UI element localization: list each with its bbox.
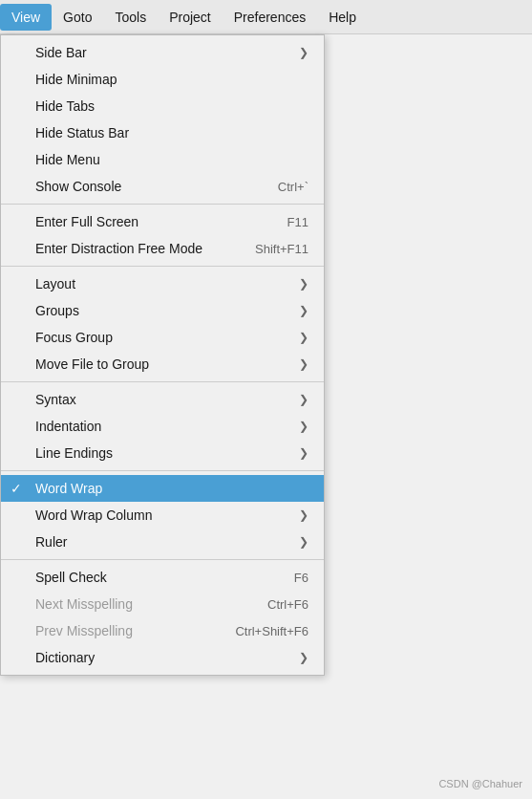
submenu-arrow-icon: ❯	[299, 508, 309, 522]
menubar-item-help[interactable]: Help	[317, 4, 368, 31]
submenu-arrow-icon: ❯	[299, 46, 309, 59]
dropdown-menu: Side Bar❯Hide MinimapHide TabsHide Statu…	[0, 34, 325, 676]
menu-separator	[1, 470, 324, 471]
menu-item-label: Hide Menu	[35, 152, 309, 167]
menu-item-shortcut: Shift+F11	[255, 242, 309, 256]
menu-item-shortcut: Ctrl+F6	[267, 597, 309, 612]
menu-item-label: Layout	[35, 276, 299, 292]
menu-item-label: Word Wrap	[35, 481, 309, 496]
menu-item-shortcut: F11	[287, 215, 309, 229]
menu-item-shortcut: F6	[294, 571, 309, 585]
menu-item-label: Prev Misspelling	[35, 623, 197, 638]
menu-item-focus-group[interactable]: Focus Group❯	[1, 324, 324, 351]
menu-item-hide-tabs[interactable]: Hide Tabs	[1, 93, 324, 119]
submenu-arrow-icon: ❯	[299, 420, 309, 433]
menu-separator	[1, 381, 324, 382]
menu-item-label: Syntax	[35, 392, 299, 407]
menu-item-enter-full-screen[interactable]: Enter Full ScreenF11	[1, 208, 324, 235]
menu-item-hide-minimap[interactable]: Hide Minimap	[1, 66, 324, 93]
menu-item-shortcut: Ctrl+Shift+F6	[235, 624, 309, 638]
checkmark-icon: ✓	[11, 481, 22, 496]
submenu-arrow-icon: ❯	[299, 304, 309, 317]
menu-item-label: Hide Minimap	[35, 72, 309, 87]
menubar-item-tools[interactable]: Tools	[103, 4, 158, 31]
menu-item-label: Line Endings	[35, 445, 299, 461]
menu-item-label: Focus Group	[35, 330, 299, 345]
menu-item-label: Next Misspelling	[35, 596, 229, 612]
menu-item-label: Spell Check	[35, 570, 256, 585]
menu-item-label: Enter Full Screen	[35, 214, 249, 229]
watermark: CSDN @Chahuer	[438, 778, 522, 789]
menu-item-label: Indentation	[35, 419, 299, 434]
menu-item-indentation[interactable]: Indentation❯	[1, 413, 324, 440]
menu-item-label: Show Console	[35, 179, 240, 194]
menu-item-layout[interactable]: Layout❯	[1, 270, 324, 297]
menu-item-enter-distraction-free[interactable]: Enter Distraction Free ModeShift+F11	[1, 235, 324, 262]
menu-item-word-wrap[interactable]: ✓Word Wrap	[1, 475, 324, 502]
menubar-item-view[interactable]: View	[0, 4, 52, 31]
menu-separator	[1, 559, 324, 560]
menu-item-label: Groups	[35, 303, 299, 318]
submenu-arrow-icon: ❯	[299, 331, 309, 344]
menu-item-label: Ruler	[35, 534, 299, 550]
submenu-arrow-icon: ❯	[299, 277, 309, 291]
menu-item-label: Word Wrap Column	[35, 507, 299, 523]
menu-separator	[1, 204, 324, 205]
menu-item-show-console[interactable]: Show ConsoleCtrl+`	[1, 173, 324, 200]
menubar: ViewGotoToolsProjectPreferencesHelp	[0, 0, 532, 34]
menu-item-dictionary[interactable]: Dictionary❯	[1, 644, 324, 671]
menu-item-hide-menu[interactable]: Hide Menu	[1, 146, 324, 173]
menu-item-shortcut: Ctrl+`	[278, 180, 309, 194]
menu-item-label: Hide Tabs	[35, 98, 309, 114]
menu-item-word-wrap-column[interactable]: Word Wrap Column❯	[1, 502, 324, 529]
menu-item-groups[interactable]: Groups❯	[1, 297, 324, 324]
menu-item-label: Side Bar	[35, 45, 299, 60]
submenu-arrow-icon: ❯	[299, 357, 309, 371]
app-window: ViewGotoToolsProjectPreferencesHelp Side…	[0, 0, 532, 34]
menu-item-label: Enter Distraction Free Mode	[35, 241, 217, 256]
submenu-arrow-icon: ❯	[299, 446, 309, 460]
menu-item-spell-check[interactable]: Spell CheckF6	[1, 564, 324, 591]
menu-item-label: Hide Status Bar	[35, 125, 309, 140]
menu-item-label: Move File to Group	[35, 356, 299, 372]
submenu-arrow-icon: ❯	[299, 393, 309, 406]
menu-item-syntax[interactable]: Syntax❯	[1, 386, 324, 413]
menubar-item-project[interactable]: Project	[158, 4, 223, 31]
menu-item-next-misspelling: Next MisspellingCtrl+F6	[1, 591, 324, 617]
menubar-item-goto[interactable]: Goto	[52, 4, 103, 31]
menu-item-side-bar[interactable]: Side Bar❯	[1, 39, 324, 66]
menu-item-line-endings[interactable]: Line Endings❯	[1, 440, 324, 466]
menu-item-label: Dictionary	[35, 650, 299, 665]
submenu-arrow-icon: ❯	[299, 535, 309, 549]
menu-item-hide-status-bar[interactable]: Hide Status Bar	[1, 119, 324, 146]
menu-item-ruler[interactable]: Ruler❯	[1, 529, 324, 555]
menu-item-prev-misspelling: Prev MisspellingCtrl+Shift+F6	[1, 617, 324, 644]
submenu-arrow-icon: ❯	[299, 651, 309, 664]
menubar-item-preferences[interactable]: Preferences	[223, 4, 317, 31]
menu-item-move-file-to-group[interactable]: Move File to Group❯	[1, 351, 324, 378]
menu-separator	[1, 266, 324, 267]
